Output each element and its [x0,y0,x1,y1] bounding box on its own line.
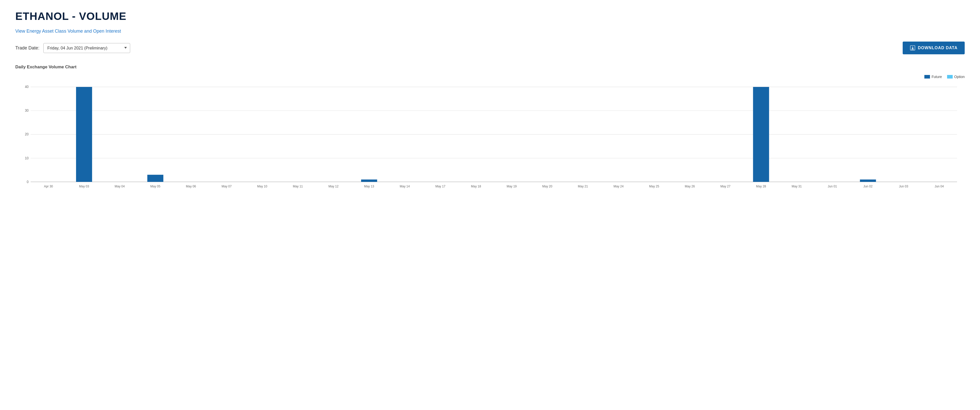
download-icon [910,45,915,51]
svg-text:May 05: May 05 [150,185,160,188]
legend-future: Future [924,75,942,79]
future-swatch [924,75,930,79]
option-label: Option [954,75,965,79]
svg-text:Jun 02: Jun 02 [863,185,873,188]
svg-text:May 20: May 20 [542,185,552,188]
svg-text:10: 10 [25,156,29,160]
chart-svg: 010203040Apr 30May 03May 04May 05May 06M… [15,81,965,199]
view-energy-link[interactable]: View Energy Asset Class Volume and Open … [15,28,121,34]
svg-text:Apr 30: Apr 30 [44,185,53,188]
svg-text:May 14: May 14 [400,185,410,188]
controls-row: Trade Date: Friday, 04 Jun 2021 (Prelimi… [15,41,965,54]
future-label: Future [932,75,942,79]
svg-text:0: 0 [27,180,29,184]
svg-text:May 03: May 03 [79,185,89,188]
trade-date-select[interactable]: Friday, 04 Jun 2021 (Preliminary) [43,43,130,53]
svg-text:May 27: May 27 [721,185,730,188]
svg-text:May 26: May 26 [685,185,695,188]
page-title: ETHANOL - VOLUME [15,10,965,22]
legend-option: Option [947,75,965,79]
chart-legend: Future Option [15,75,965,79]
svg-text:30: 30 [25,109,29,113]
svg-text:May 07: May 07 [221,185,231,188]
chart-container: 010203040Apr 30May 03May 04May 05May 06M… [15,81,965,199]
trade-date-label: Trade Date: [15,45,39,51]
svg-text:May 13: May 13 [364,185,374,188]
svg-text:May 11: May 11 [293,185,303,188]
option-swatch [947,75,953,79]
chart-section: Daily Exchange Volume Chart Future Optio… [15,65,965,199]
svg-text:May 31: May 31 [792,185,802,188]
svg-text:May 19: May 19 [507,185,517,188]
svg-text:May 04: May 04 [115,185,124,188]
svg-text:Jun 01: Jun 01 [828,185,837,188]
svg-text:Jun 04: Jun 04 [935,185,944,188]
svg-text:May 06: May 06 [186,185,196,188]
svg-rect-25 [361,179,377,182]
trade-date-group: Trade Date: Friday, 04 Jun 2021 (Prelimi… [15,43,130,53]
download-data-button[interactable]: DOWNLOAD DATA [903,41,965,54]
svg-text:May 18: May 18 [471,185,481,188]
chart-title: Daily Exchange Volume Chart [15,65,965,70]
svg-rect-37 [753,87,769,182]
svg-rect-15 [76,87,92,182]
svg-text:May 12: May 12 [328,185,339,188]
svg-text:May 17: May 17 [435,185,445,188]
svg-text:May 25: May 25 [649,185,659,188]
svg-text:40: 40 [25,85,29,89]
svg-text:20: 20 [25,132,29,136]
svg-text:Jun 03: Jun 03 [899,185,908,188]
svg-text:May 28: May 28 [756,185,766,188]
svg-text:May 21: May 21 [578,185,588,188]
svg-text:May 24: May 24 [614,185,624,188]
download-button-label: DOWNLOAD DATA [918,46,958,50]
svg-text:May 10: May 10 [257,185,267,188]
svg-rect-41 [860,179,876,182]
svg-rect-18 [147,175,163,182]
